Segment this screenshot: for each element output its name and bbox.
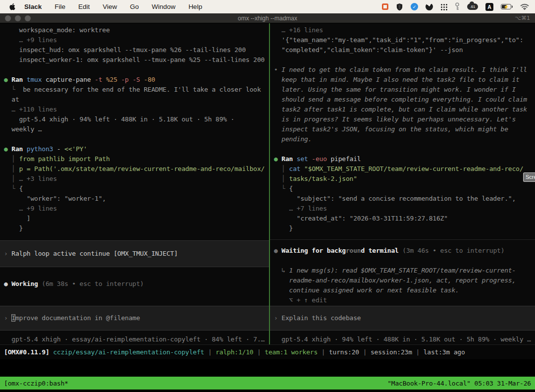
omx-status-bar: [OMX#0.11.9] cczip/essay/ai-reimplementa… xyxy=(0,344,535,359)
macos-menu-bar: Slack File Edit View Go Window Help ✓ .6… xyxy=(0,0,535,13)
screen-recording-indicator-icon[interactable] xyxy=(382,3,388,10)
left-prompt-placeholder: › Improve documentation in @filename xyxy=(0,313,269,323)
new-message-note: ↳ 1 new msg(s): read $OMX_TEAM_STATE_ROO… xyxy=(270,266,535,305)
window-title: omx --xhigh --madmax xyxy=(0,15,535,22)
apple-menu-icon[interactable] xyxy=(9,2,16,11)
omx-status-text: [OMX#0.11.9] cczip/essay/ai-reimplementa… xyxy=(0,347,535,357)
sync-icon[interactable]: ✓ xyxy=(411,3,418,10)
cloud-icon[interactable]: .61 xyxy=(467,3,478,10)
left-scrollback: workspace_mode: worktree … +9 lines insp… xyxy=(0,25,269,233)
tmux-session-window[interactable]: [omx-cczip0:bash* xyxy=(4,380,68,387)
right-prompt-placeholder: › Explain this codebase xyxy=(270,313,535,323)
menu-item-window[interactable]: Window xyxy=(152,3,175,10)
tmux-panes: workspace_mode: worktree … +9 lines insp… xyxy=(0,23,535,344)
inject-notice-text: › Ralph loop active continue [OMX_TMUX_I… xyxy=(0,249,269,259)
menu-status-icons: ✓ .61 A ⚡ xyxy=(382,2,529,11)
desktop-screen: Slack File Edit View Go Window Help ✓ .6… xyxy=(0,0,535,392)
window-title-bar: omx --xhigh --madmax ⌥⌘1 xyxy=(0,13,535,23)
screenshot-overlay-badge: Scre xyxy=(523,172,535,182)
right-scrollback: … +16 lines '{"team_name":"my-team","tas… xyxy=(270,25,535,233)
menu-item-help[interactable]: Help xyxy=(188,3,202,10)
inject-notice-box: › Ralph loop active continue [OMX_TMUX_I… xyxy=(0,240,269,267)
waiting-status-line: ● Waiting for background terminal (3m 46… xyxy=(270,246,535,256)
left-prompt-input[interactable]: › Improve documentation in @filename xyxy=(0,306,269,331)
pacman-icon[interactable] xyxy=(426,3,433,10)
menu-item-view[interactable]: View xyxy=(103,3,117,10)
shield-icon[interactable] xyxy=(396,3,403,11)
right-model-status-line: gpt-5.4 xhigh · 94% left · 488K in · 5.1… xyxy=(270,335,535,344)
tmux-status-bar: [omx-cczip0:bash* "MacBook-Pro-44.local"… xyxy=(0,377,535,390)
menu-item-go[interactable]: Go xyxy=(130,3,139,10)
tmux-host-clock: "MacBook-Pro-44.local" 05:03 31-Mar-26 xyxy=(387,380,531,387)
menu-app-name[interactable]: Slack xyxy=(24,3,42,10)
window-shortcut-badge: ⌥⌘1 xyxy=(515,15,530,21)
working-status-line: ● Working (6m 38s • esc to interrupt) xyxy=(0,279,269,289)
wifi-icon[interactable] xyxy=(520,3,529,10)
window-bottom-edge xyxy=(0,390,535,392)
battery-icon[interactable]: ⚡ xyxy=(501,4,513,9)
waiting-status-region: ● Waiting for background terminal (3m 46… xyxy=(270,239,535,305)
key-icon[interactable] xyxy=(455,2,460,11)
left-model-status-line: gpt-5.4 xhigh · essay/ai-reimplementatio… xyxy=(0,335,269,344)
right-terminal-pane[interactable]: … +16 lines '{"team_name":"my-team","tas… xyxy=(270,23,535,344)
terminal-empty-gap xyxy=(0,359,535,377)
input-source-icon[interactable]: A xyxy=(485,3,493,11)
right-prompt-input[interactable]: › Explain this codebase xyxy=(270,306,535,331)
left-terminal-pane[interactable]: workspace_mode: worktree … +9 lines insp… xyxy=(0,23,269,344)
menu-item-edit[interactable]: Edit xyxy=(78,3,90,10)
menu-item-file[interactable]: File xyxy=(54,3,65,10)
grid-icon[interactable] xyxy=(440,3,447,10)
